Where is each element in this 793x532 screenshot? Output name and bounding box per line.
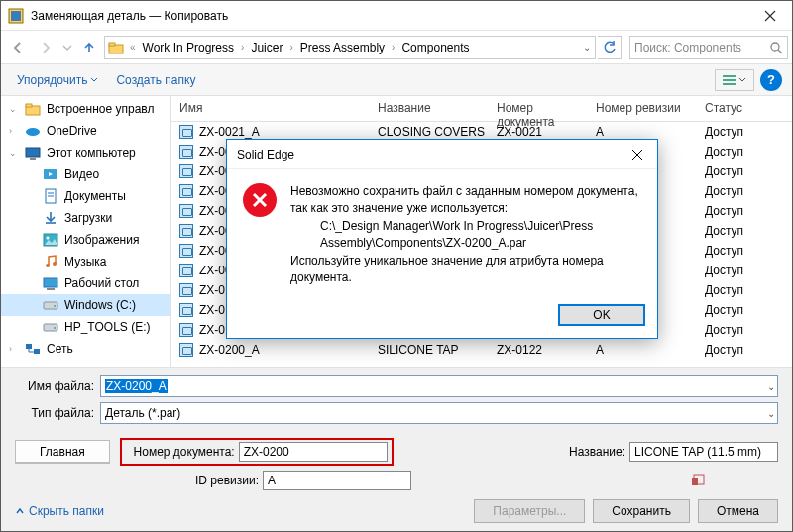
tree-item[interactable]: Документы: [1, 185, 170, 207]
revid-input[interactable]: [263, 471, 411, 490]
filename-label: Имя файла:: [15, 379, 94, 393]
chevron-down-icon[interactable]: ⌄: [767, 381, 775, 392]
tree-item[interactable]: Рабочий стол: [1, 272, 170, 294]
error-dialog-titlebar[interactable]: Solid Edge: [227, 140, 657, 169]
tree-item[interactable]: ›Сеть: [1, 338, 170, 360]
search-input[interactable]: Поиск: Components: [629, 36, 788, 59]
tree-item[interactable]: Windows (C:): [1, 294, 170, 316]
organize-menu[interactable]: Упорядочить: [11, 69, 104, 91]
save-button[interactable]: Сохранить: [593, 499, 690, 523]
column-doc[interactable]: Номер документа: [489, 96, 588, 121]
tab-main[interactable]: Главная: [15, 440, 110, 464]
part-file-icon: [179, 204, 193, 218]
svg-point-13: [26, 128, 40, 136]
drive-icon: [43, 319, 58, 335]
cancel-button[interactable]: Отмена: [698, 499, 778, 523]
net-icon: [25, 341, 41, 357]
tree-item[interactable]: Изображения: [1, 229, 170, 251]
part-file-icon: [179, 303, 193, 317]
chevron-right-icon: ›: [238, 42, 247, 53]
params-button: Параметры...: [474, 499, 585, 523]
chevron-down-icon[interactable]: ⌄: [767, 408, 775, 419]
tree-item[interactable]: Музыка: [1, 251, 170, 272]
part-file-icon: [179, 283, 193, 297]
breadcrumb-bar[interactable]: « Work In Progress › Juicer › Press Asse…: [104, 36, 596, 59]
file-row[interactable]: ZX-0200_АSILICONE TAPZX-0122AДоступ: [171, 340, 792, 360]
svg-rect-8: [723, 75, 736, 77]
breadcrumb-dropdown[interactable]: ⌄: [579, 42, 595, 53]
filename-input[interactable]: ZX-0200_A ⌄: [100, 375, 778, 397]
chevron-left-icon: «: [127, 42, 139, 53]
error-message: Невозможно сохранить файл с заданным ном…: [290, 183, 641, 286]
view-mode-button[interactable]: [715, 69, 754, 91]
column-title[interactable]: Название: [370, 96, 489, 121]
breadcrumb-item[interactable]: Press Assembly: [296, 37, 389, 58]
doc-icon: [43, 188, 58, 204]
svg-point-29: [54, 305, 56, 307]
error-dialog: Solid Edge Невозможно сохранить файл с з…: [226, 139, 658, 339]
refresh-button[interactable]: [598, 36, 622, 59]
title-prop-input[interactable]: [629, 442, 778, 462]
hide-folders-toggle[interactable]: Скрыть папки: [15, 504, 104, 518]
tree-item[interactable]: Видео: [1, 163, 170, 185]
chevron-right-icon: ›: [286, 42, 295, 53]
filetype-select[interactable]: Деталь (*.par) ⌄: [100, 402, 778, 424]
column-rev[interactable]: Номер ревизии: [588, 96, 697, 121]
column-status[interactable]: Статус: [697, 96, 792, 121]
folder-icon: [25, 101, 41, 117]
svg-rect-35: [692, 478, 698, 485]
svg-rect-10: [723, 83, 736, 85]
tree-item[interactable]: ›OneDrive: [1, 120, 170, 142]
error-dialog-title: Solid Edge: [237, 148, 618, 161]
nav-forward-button[interactable]: [33, 35, 58, 60]
folder-tree[interactable]: ⌄Встроенное управл›OneDrive⌄Этот компьют…: [1, 96, 171, 367]
svg-point-24: [46, 264, 50, 267]
tree-item[interactable]: HP_TOOLS (E:): [1, 316, 170, 338]
tree-item[interactable]: Загрузки: [1, 207, 170, 229]
error-close-button[interactable]: [618, 140, 657, 169]
chevron-right-icon: ›: [389, 42, 397, 53]
search-icon: [769, 41, 783, 54]
search-placeholder: Поиск: Components: [634, 41, 769, 54]
svg-rect-30: [44, 324, 57, 331]
toolbar: Упорядочить Создать папку ?: [1, 64, 792, 96]
part-file-icon: [179, 125, 193, 139]
tree-item[interactable]: ⌄Этот компьютер: [1, 142, 170, 163]
window-title: Заменяющая деталь — Копировать: [31, 9, 747, 23]
pc-icon: [25, 145, 41, 160]
nav-history-button[interactable]: [60, 35, 74, 60]
svg-point-25: [53, 262, 57, 266]
column-name[interactable]: Имя: [171, 96, 370, 121]
nav-up-button[interactable]: [76, 35, 102, 60]
docnum-input[interactable]: [239, 442, 388, 462]
help-button[interactable]: ?: [760, 69, 782, 91]
chevron-up-icon: [15, 506, 25, 516]
titlebar: Заменяющая деталь — Копировать: [1, 1, 792, 31]
part-file-icon: [179, 164, 193, 178]
part-file-icon: [179, 323, 193, 337]
part-file-icon: [179, 343, 193, 357]
desktop-icon: [43, 275, 58, 291]
chevron-down-icon: [90, 76, 98, 84]
tree-item[interactable]: ⌄Встроенное управл: [1, 98, 170, 120]
music-icon: [43, 254, 58, 269]
validation-highlight: Номер документа:: [120, 438, 394, 466]
svg-rect-1: [11, 11, 21, 21]
image-icon: [43, 232, 58, 248]
svg-point-31: [54, 327, 56, 329]
svg-point-6: [771, 43, 779, 51]
breadcrumb-item[interactable]: Components: [397, 37, 473, 58]
breadcrumb-item[interactable]: Juicer: [247, 37, 286, 58]
nav-back-button[interactable]: [5, 35, 31, 60]
app-icon: [1, 8, 31, 24]
part-file-icon: [179, 264, 193, 277]
file-list-header[interactable]: Имя Название Номер документа Номер ревиз…: [171, 96, 792, 122]
pin-icon[interactable]: [691, 473, 707, 488]
navbar: « Work In Progress › Juicer › Press Asse…: [1, 31, 792, 64]
error-ok-button[interactable]: OK: [558, 304, 645, 326]
breadcrumb-item[interactable]: Work In Progress: [139, 37, 238, 58]
new-folder-button[interactable]: Создать папку: [110, 69, 201, 91]
svg-rect-12: [26, 104, 32, 107]
video-icon: [43, 166, 58, 182]
close-button[interactable]: [747, 1, 792, 31]
